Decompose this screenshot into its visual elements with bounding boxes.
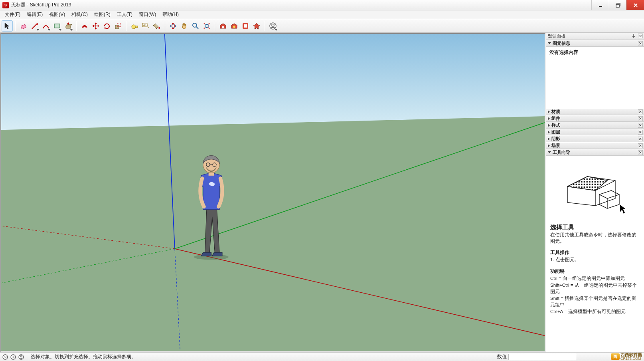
svg-point-26 (270, 23, 276, 29)
panel-header-shadows[interactable]: 阴影 ✕ (546, 135, 644, 142)
paint-bucket-tool[interactable] (151, 20, 162, 32)
measurements-input[interactable] (508, 354, 576, 360)
menu-bar: 文件(F) 编辑(E) 视图(V) 相机(C) 绘图(R) 工具(T) 窗口(W… (0, 10, 644, 19)
instructor-key-ctrl-a: Ctrl+A = 选择模型中所有可见的图元 (550, 309, 640, 315)
svg-point-46 (13, 356, 14, 357)
menu-tools[interactable]: 工具(T) (114, 10, 136, 19)
close-icon[interactable]: ✕ (638, 150, 643, 155)
viewport-3d[interactable] (1, 34, 545, 352)
panel-header-materials[interactable]: 材质 ✕ (546, 108, 644, 115)
close-icon[interactable]: ✕ (638, 130, 643, 135)
menu-window[interactable]: 窗口(W) (136, 10, 159, 19)
close-icon[interactable]: ✕ (638, 34, 643, 38)
extension-manager-tool[interactable] (251, 20, 262, 32)
panel-header-layers[interactable]: 图层 ✕ (546, 129, 644, 135)
svg-marker-6 (36, 23, 38, 25)
rotate-tool[interactable] (101, 20, 113, 32)
close-icon[interactable]: ✕ (638, 137, 643, 141)
help-icon[interactable]: ? (2, 353, 9, 361)
close-icon[interactable]: ✕ (638, 109, 643, 114)
svg-point-15 (158, 27, 160, 29)
panel-header-instructor[interactable]: 工具向导 ✕ (546, 149, 644, 156)
tape-measure-tool[interactable] (129, 20, 140, 32)
arc-tool[interactable] (40, 20, 51, 32)
panel-header-scenes[interactable]: 场景 ✕ (546, 142, 644, 149)
sign-in-tool[interactable] (267, 20, 279, 32)
geo-icon[interactable] (10, 353, 17, 361)
panel-header-entity-info[interactable]: 图元信息 ✕ (546, 40, 644, 47)
send-to-layout-tool[interactable] (240, 20, 251, 32)
instructor-op-1: 1. 点击图元。 (550, 257, 640, 263)
panel-header-components[interactable]: 组件 ✕ (546, 115, 644, 122)
instructor-illustration (550, 161, 640, 220)
pan-tool[interactable] (179, 20, 190, 32)
close-icon[interactable]: ✕ (638, 41, 643, 46)
status-bar: ? 选择对象。切换到扩充选择。拖动鼠标选择多项。 数值 西 西西软件园 CR17… (0, 352, 644, 361)
minimize-button[interactable] (591, 0, 609, 10)
watermark-logo: 西 (611, 353, 620, 360)
zoom-tool[interactable] (190, 20, 201, 32)
instructor-op-header: 工具操作 (550, 249, 640, 256)
panel-layers: 图层 ✕ (546, 129, 644, 135)
panel-title: 工具向导 (553, 149, 570, 155)
line-tool[interactable] (29, 20, 40, 32)
panel-body-entity-info: 没有选择内容 (546, 47, 644, 108)
menu-edit[interactable]: 编辑(E) (24, 10, 46, 19)
text-tool[interactable]: A1 (140, 20, 151, 32)
eraser-tool[interactable] (18, 20, 29, 32)
tool-group-select (2, 20, 13, 32)
instructor-key-shift: Shift = 切换选择某个图元是否在选定的图元组中 (550, 296, 640, 308)
shape-tool[interactable] (51, 20, 63, 32)
close-icon[interactable]: ✕ (638, 143, 643, 148)
chevron-right-icon (548, 124, 550, 127)
scale-tool[interactable] (113, 20, 124, 32)
panel-header-styles[interactable]: 样式 ✕ (546, 122, 644, 129)
close-icon[interactable]: ✕ (638, 123, 643, 128)
tool-group-measure: A1 (129, 20, 162, 32)
pin-icon[interactable] (631, 34, 636, 38)
svg-rect-7 (54, 24, 60, 28)
panel-title: 阴影 (551, 136, 560, 142)
panel-entity-info: 图元信息 ✕ 没有选择内容 (546, 40, 644, 108)
pushpull-tool[interactable] (63, 20, 74, 32)
move-tool[interactable] (90, 20, 101, 32)
restore-button[interactable] (609, 0, 626, 10)
tray-title-bar[interactable]: 默认面板 ✕ (546, 33, 644, 40)
menu-file[interactable]: 文件(F) (2, 10, 24, 19)
chevron-down-icon (36, 29, 40, 31)
toolbar-separator (215, 21, 215, 31)
window-title: 无标题 - SketchUp Pro 2019 (11, 2, 71, 8)
menu-draw[interactable]: 绘图(R) (91, 10, 114, 19)
app-icon: S (2, 2, 9, 8)
side-tray: 默认面板 ✕ 图元信息 ✕ 没有选择内容 材质 ✕ (546, 33, 644, 352)
chevron-right-icon (548, 144, 550, 147)
offset-tool[interactable] (79, 20, 90, 32)
credits-icon[interactable] (18, 353, 25, 361)
close-icon[interactable]: ✕ (638, 116, 643, 121)
svg-rect-9 (115, 25, 119, 29)
extension-warehouse-tool[interactable] (229, 20, 240, 32)
toolbar-separator (126, 21, 126, 31)
select-tool[interactable] (2, 20, 13, 32)
close-button[interactable] (626, 0, 644, 10)
toolbar-separator (76, 21, 77, 31)
menu-view[interactable]: 视图(V) (46, 10, 68, 19)
no-selection-text: 没有选择内容 (549, 50, 578, 55)
svg-rect-24 (244, 24, 247, 28)
orbit-tool[interactable] (168, 20, 179, 32)
svg-rect-10 (117, 23, 121, 27)
zoom-extents-tool[interactable] (201, 20, 212, 32)
title-bar: S 无标题 - SketchUp Pro 2019 (0, 0, 644, 10)
3d-warehouse-tool[interactable] (217, 20, 229, 32)
svg-text:?: ? (4, 355, 6, 359)
tool-group-draw (18, 20, 74, 32)
toolbar-separator (265, 21, 265, 31)
svg-rect-12 (135, 26, 138, 28)
tool-group-camera (168, 20, 212, 32)
panel-title: 图元信息 (553, 40, 570, 46)
tool-group-warehouse (217, 20, 262, 32)
svg-rect-13 (142, 23, 147, 27)
menu-help[interactable]: 帮助(H) (159, 10, 182, 19)
svg-rect-28 (1, 34, 545, 130)
menu-camera[interactable]: 相机(C) (68, 10, 91, 19)
